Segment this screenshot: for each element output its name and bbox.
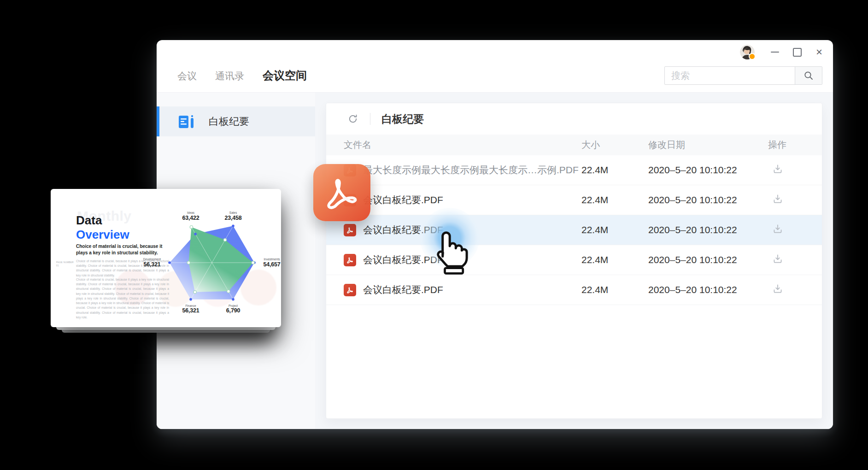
radar-axis-label: Ideas63,422 [182,211,199,221]
slide-page-label: PAGE NUMBER 01 [56,261,75,268]
radar-axis-label: Investments54,657 [263,258,280,268]
close-icon: × [816,47,822,58]
file-size: 22.4M [581,224,648,235]
slide-title-line2: Overview [76,229,129,241]
column-size: 大小 [581,139,648,151]
sidebar-item-label: 白板纪要 [209,115,249,129]
document-preview-card[interactable]: Monthly Data Overview Choice of material… [51,189,281,327]
column-filename: 文件名 [326,139,581,151]
download-button[interactable] [772,193,784,205]
search-input[interactable] [665,67,795,84]
radar-axis-label: Development56,321 [143,258,161,268]
nav-tab-1[interactable]: 通讯录 [215,70,244,82]
dragged-pdf-file-icon[interactable] [313,164,370,221]
table-row[interactable]: 会议白板纪要.PDF22.4M2020–5–20 10:10:22 [326,215,822,245]
column-actions: 操作 [768,139,822,151]
radar-axis-label: Sales23,458 [224,211,241,221]
file-size: 22.4M [581,194,648,206]
file-date: 2020–5–20 10:10:22 [648,194,768,206]
table-row[interactable]: 会议白板纪要.PDF22.4M2020–5–20 10:10:22 [326,275,822,305]
refresh-icon [347,113,359,125]
download-button[interactable] [772,223,784,235]
nav-tab-0[interactable]: 会议 [177,70,197,82]
file-panel: 白板纪要 文件名 大小 修改日期 操作 最大长度示例最大长度示例最大长度示…示例… [326,103,822,419]
search-button[interactable] [795,67,822,84]
file-size: 22.4M [581,164,648,176]
avatar[interactable] [740,45,755,59]
file-date: 2020–5–20 10:10:22 [648,254,768,265]
file-name: 会议白板纪要.PDF [363,194,443,206]
window-controls: × [740,44,825,60]
radar-axis-label: Project6,790 [226,304,240,314]
pdf-file-icon [344,224,356,236]
file-table-body: 最大长度示例最大长度示例最大长度示…示例.PDF22.4M2020–5–20 1… [326,155,822,305]
nav-tab-2[interactable]: 会议空间 [263,68,307,83]
pdf-file-icon [344,254,356,266]
sidebar-item-whiteboard-minutes[interactable]: 白板纪要 [157,106,315,136]
minimize-icon [771,52,779,53]
radar-chart: Ideas63,422Sales23,458Investments54,657P… [143,206,281,317]
hand-cursor-icon [429,229,469,275]
file-date: 2020–5–20 10:10:22 [648,284,768,295]
window-header: 会议通讯录会议空间 × [157,40,833,93]
download-button[interactable] [772,253,784,265]
refresh-button[interactable] [347,113,359,125]
file-size: 22.4M [581,254,648,265]
pdf-file-icon [344,284,356,296]
file-name: 会议白板纪要.PDF [363,283,443,296]
main-area: 白板纪要 文件名 大小 修改日期 操作 最大长度示例最大长度示例最大长度示…示例… [315,93,833,429]
table-row[interactable]: 最大长度示例最大长度示例最大长度示…示例.PDF22.4M2020–5–20 1… [326,155,822,185]
download-button[interactable] [772,283,784,295]
main-nav: 会议通讯录会议空间 [177,68,307,83]
search-box [664,66,822,85]
slide-title-line1: Data [76,214,102,226]
search-icon [803,70,814,81]
online-status-dot [749,53,756,60]
maximize-button[interactable] [792,47,803,58]
radar-axis-label: Finance56,321 [182,304,199,314]
document-pen-icon [178,114,195,129]
minimize-button[interactable] [769,47,780,58]
maximize-icon [793,48,802,57]
close-button[interactable]: × [814,47,825,58]
table-row[interactable]: 会议白板纪要.PDF22.4M2020–5–20 10:10:22 [326,185,822,215]
file-date: 2020–5–20 10:10:22 [648,164,768,176]
file-name: 最大长度示例最大长度示例最大长度示…示例.PDF [363,164,579,176]
panel-header: 白板纪要 [326,103,822,135]
file-size: 22.4M [581,284,648,295]
panel-title: 白板纪要 [381,112,424,126]
column-date: 修改日期 [648,139,768,151]
header-divider [370,113,370,125]
download-button[interactable] [772,163,784,175]
table-row[interactable]: 会议白板纪要.PDF22.4M2020–5–20 10:10:22 [326,245,822,275]
acrobat-logo-icon [322,172,362,213]
table-header: 文件名 大小 修改日期 操作 [326,135,822,155]
file-date: 2020–5–20 10:10:22 [648,224,768,235]
